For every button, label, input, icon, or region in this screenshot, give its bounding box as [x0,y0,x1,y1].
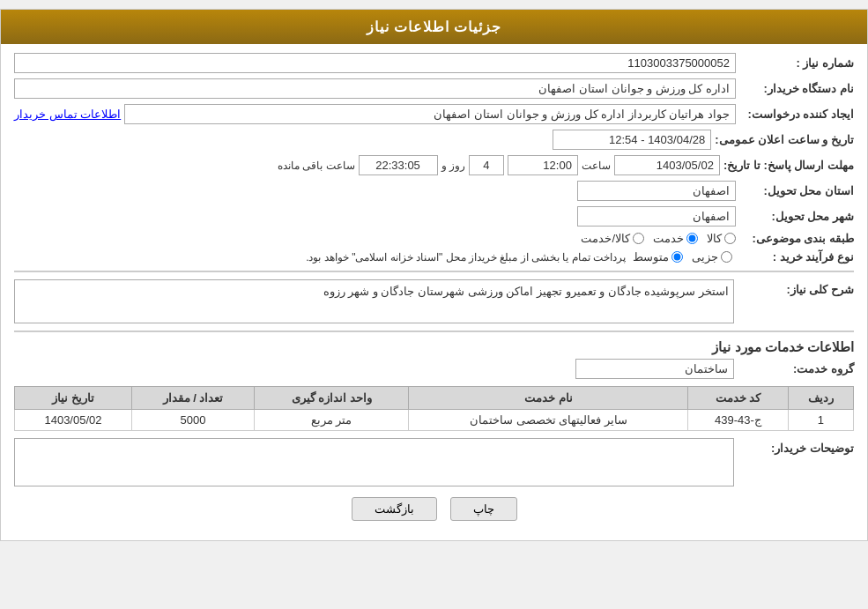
table-header-row: ردیف کد خدمت نام خدمت واحد اندازه گیری ت… [15,387,854,410]
announce-date-row: تاریخ و ساعت اعلان عمومی: 1403/04/28 - 1… [14,130,854,150]
tender-number-value: 1103003375000052 [14,53,736,73]
requester-label: ایجاد کننده درخواست: [739,108,854,121]
col-name: نام خدمت [409,387,688,410]
remaining-time-value: 22:33:05 [359,155,438,175]
category-radio-kala[interactable] [724,233,736,244]
buyer-org-label: نام دستگاه خریدار: [739,82,854,95]
cell-row: 1 [788,410,853,431]
cell-name: سایر فعالیتهای تخصصی ساختمان [409,410,688,431]
category-radio-kala-khedmat[interactable] [633,233,644,244]
purchase-type-motavasset-label: متوسط [633,250,669,264]
city-value: اصفهان [577,206,736,227]
cell-date: 1403/05/02 [15,410,132,431]
remaining-days-value: 4 [469,155,504,175]
cell-qty: 5000 [131,410,254,431]
service-group-row: گروه خدمت: ساختمان [14,359,854,379]
purchase-type-jozii[interactable]: جزیی [692,250,732,264]
table-row: 1ج-43-439سایر فعالیتهای تخصصی ساختمانمتر… [15,410,854,431]
cell-code: ج-43-439 [688,410,788,431]
services-section-title: اطلاعات خدمات مورد نیاز [14,339,854,355]
table-body: 1ج-43-439سایر فعالیتهای تخصصی ساختمانمتر… [15,410,854,431]
table-header: ردیف کد خدمت نام خدمت واحد اندازه گیری ت… [15,387,854,410]
buyer-notes-label: توضیحات خریدار: [739,438,854,455]
category-option-khedmat-label: خدمت [653,232,684,245]
category-option-kala-label: کالا [707,232,722,245]
col-row: ردیف [788,387,853,410]
buyer-org-value: اداره کل ورزش و جوانان استان اصفهان [14,78,736,99]
purchase-type-row: نوع فرآیند خرید : جزیی متوسط پرداخت تمام… [14,250,854,264]
content-area: شماره نیاز : 1103003375000052 نام دستگاه… [1,44,867,540]
purchase-type-radio-group: جزیی متوسط [633,250,732,264]
response-date-value: 1403/05/02 [614,155,720,175]
requester-row: ایجاد کننده درخواست: جواد هراتیان کاربرد… [14,104,854,124]
category-radio-khedmat[interactable] [686,233,698,244]
col-qty: تعداد / مقدار [131,387,254,410]
remaining-time-label: ساعت باقی مانده [278,160,355,172]
service-group-value: ساختمان [575,359,734,379]
service-group-label: گروه خدمت: [739,362,854,375]
col-unit: واحد اندازه گیری [254,387,408,410]
services-table-container: ردیف کد خدمت نام خدمت واحد اندازه گیری ت… [14,386,854,431]
response-time-value: 12:00 [508,155,578,175]
print-button[interactable]: چاپ [450,497,517,521]
category-option-kala[interactable]: کالا [707,232,736,245]
divider-1 [14,271,854,272]
tender-number-label: شماره نیاز : [739,56,854,70]
page-header: جزئیات اطلاعات نیاز [1,10,867,44]
purchase-type-motavasset[interactable]: متوسط [633,250,683,264]
province-value: اصفهان [577,181,736,201]
buyer-notes-row: توضیحات خریدار: [14,438,854,486]
category-row: طبقه بندی موضوعی: کالا خدمت کالا/خدمت [14,232,854,245]
purchase-type-jozii-label: جزیی [692,250,718,264]
province-row: استان محل تحویل: اصفهان [14,181,854,201]
col-code: کد خدمت [688,387,788,410]
description-label: شرح کلی نیاز: [739,279,854,296]
page-wrapper: جزئیات اطلاعات نیاز شماره نیاز : 1103003… [0,9,868,541]
response-deadline-row: مهلت ارسال پاسخ: تا تاریخ: 1403/05/02 سا… [14,155,854,175]
divider-2 [14,330,854,332]
purchase-type-label: نوع فرآیند خرید : [739,250,854,264]
announce-date-label: تاریخ و ساعت اعلان عمومی: [715,133,854,146]
response-time-label: ساعت [582,160,611,172]
city-row: شهر محل تحویل: اصفهان [14,206,854,227]
button-row: چاپ بازگشت [14,497,854,521]
services-table: ردیف کد خدمت نام خدمت واحد اندازه گیری ت… [14,386,854,431]
requester-value: جواد هراتیان کاربرداز اداره کل ورزش و جو… [124,104,736,124]
purchase-note: پرداخت تمام یا بخشی از مبلغ خریداز محل "… [14,251,626,264]
category-option-kala-khedmat[interactable]: کالا/خدمت [581,232,644,245]
col-date: تاریخ نیاز [15,387,132,410]
response-deadline-label: مهلت ارسال پاسخ: تا تاریخ: [723,159,854,172]
city-label: شهر محل تحویل: [739,210,854,223]
announce-date-value: 1403/04/28 - 12:54 [553,130,711,150]
page-title: جزئیات اطلاعات نیاز [367,19,502,34]
description-value: استخر سرپوشیده جادگان و تعمیرو تجهیز اما… [14,279,734,323]
purchase-type-radio-motavasset[interactable] [671,251,683,263]
buyer-org-row: نام دستگاه خریدار: اداره کل ورزش و جوانا… [14,78,854,99]
tender-number-row: شماره نیاز : 1103003375000052 [14,53,854,73]
category-option-kala-khedmat-label: کالا/خدمت [581,232,630,245]
buyer-notes-textarea[interactable] [14,438,734,486]
category-option-khedmat[interactable]: خدمت [653,232,698,245]
province-label: استان محل تحویل: [739,184,854,197]
requester-link[interactable]: اطلاعات تماس خریدار [14,108,121,121]
cell-unit: متر مربع [254,410,408,431]
category-radio-group: کالا خدمت کالا/خدمت [581,232,736,245]
category-label: طبقه بندی موضوعی: [739,232,854,245]
purchase-type-radio-jozii[interactable] [721,251,732,263]
back-button[interactable]: بازگشت [352,497,437,521]
description-row: شرح کلی نیاز: استخر سرپوشیده جادگان و تع… [14,279,854,323]
remaining-days-label: روز و [441,160,465,172]
